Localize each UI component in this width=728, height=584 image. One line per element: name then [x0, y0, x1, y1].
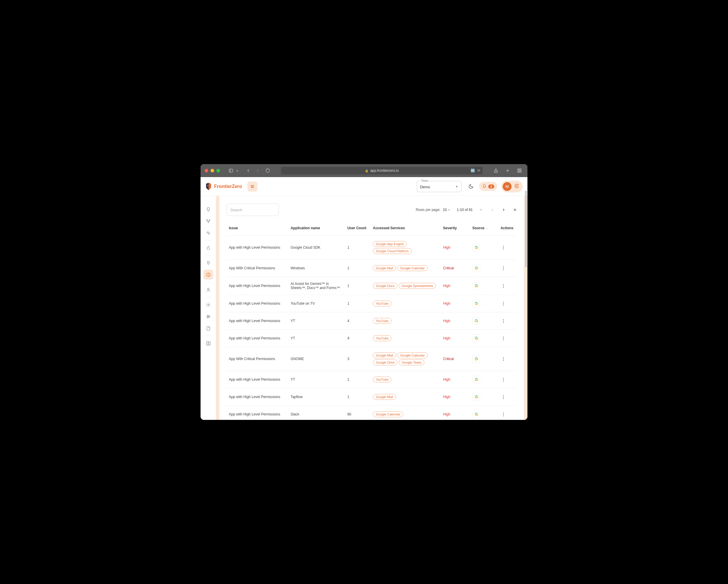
column-header-user-count[interactable]: User Count — [345, 222, 370, 236]
table-row[interactable]: App With Critical PermissionsWindows1Goo… — [227, 260, 517, 277]
service-chip[interactable]: Google Docs — [373, 283, 397, 289]
sidebar-item-issues[interactable] — [203, 270, 213, 280]
page-last-button[interactable] — [513, 208, 517, 212]
svg-point-25 — [208, 316, 209, 317]
sidebar-item-drop[interactable] — [203, 243, 213, 253]
table-row[interactable]: App with High Level PermissionsSlack60Go… — [227, 406, 517, 420]
service-chip[interactable]: Google Drive — [373, 359, 397, 365]
service-chip[interactable]: Google Calendar — [397, 352, 427, 358]
google-icon: G — [472, 264, 480, 272]
main-content: Search Rows per page: 10 ▼ 1-10 of 81 — [219, 196, 524, 420]
search-input[interactable]: Search — [227, 204, 279, 216]
row-actions-menu[interactable] — [500, 395, 506, 399]
share-icon[interactable] — [492, 167, 500, 174]
service-chip[interactable]: YouTube — [373, 301, 391, 306]
row-actions-menu[interactable] — [500, 246, 506, 250]
cell-application: AI Assist for Gemini™ in Sheets™, Docs™ … — [288, 277, 345, 295]
rows-per-page-select[interactable]: 10 ▼ — [443, 208, 450, 212]
notification-count: 2 — [488, 184, 494, 188]
window-controls — [205, 169, 220, 172]
column-header-issue[interactable]: Issue — [227, 222, 288, 236]
page-first-button[interactable] — [479, 208, 483, 212]
nav-back-button[interactable] — [244, 167, 252, 174]
column-header-source[interactable]: Source ↓ — [470, 222, 498, 236]
sidebar-item-reports[interactable] — [203, 323, 213, 333]
page-prev-button[interactable] — [490, 208, 494, 212]
service-chip[interactable]: Google Mail — [373, 394, 396, 400]
minimize-window-button[interactable] — [211, 169, 214, 172]
sidebar-item-docs[interactable] — [203, 338, 213, 348]
cell-actions — [498, 295, 517, 312]
service-chip[interactable]: Google Cloud Platform — [373, 248, 411, 254]
svg-point-23 — [207, 315, 208, 316]
google-icon: G — [472, 355, 480, 363]
sidebar-item-insights[interactable] — [203, 204, 213, 214]
table-row[interactable]: App with High Level PermissionsGoogle Cl… — [227, 236, 517, 260]
reload-icon[interactable]: ⟳ — [477, 169, 480, 173]
brand[interactable]: FrontierZero — [205, 183, 242, 191]
google-icon: G — [472, 393, 480, 401]
menu-toggle-button[interactable] — [248, 181, 257, 192]
sidebar-item-network[interactable] — [203, 216, 213, 226]
translate-icon[interactable]: 🔤 — [471, 169, 475, 173]
sidebar-toggle-icon[interactable] — [227, 167, 235, 174]
row-actions-menu[interactable] — [500, 319, 506, 323]
shield-icon[interactable] — [264, 167, 271, 174]
sidebar-item-users[interactable] — [203, 285, 213, 295]
row-actions-menu[interactable] — [500, 412, 506, 416]
maximize-window-button[interactable] — [216, 169, 220, 172]
new-tab-icon[interactable] — [504, 167, 512, 174]
cell-application: YT — [288, 371, 345, 388]
cell-source: G — [470, 330, 498, 347]
table-row[interactable]: App With Critical PermissionsGNOME3Googl… — [227, 347, 517, 371]
service-chip[interactable]: Google Spreadsheets — [399, 283, 436, 289]
service-chip[interactable]: YouTube — [373, 318, 391, 324]
service-chip[interactable]: Google Mail — [373, 265, 396, 271]
user-menu[interactable]: M — [501, 181, 523, 193]
cell-application: YT — [288, 312, 345, 330]
rows-per-page-value: 10 — [443, 208, 447, 212]
table-row[interactable]: App with High Level PermissionsAI Assist… — [227, 277, 517, 295]
row-actions-menu[interactable] — [500, 336, 506, 340]
column-header-services[interactable]: Accessed Services — [370, 222, 441, 236]
service-chip[interactable]: Google Tasks — [399, 359, 424, 365]
row-actions-menu[interactable] — [500, 266, 506, 270]
column-header-application[interactable]: Application name — [288, 222, 345, 236]
avatar: M — [503, 182, 512, 191]
table-row[interactable]: App with High Level PermissionsYT4YouTub… — [227, 312, 517, 330]
dark-mode-toggle[interactable] — [468, 183, 474, 189]
table-row[interactable]: App with High Level PermissionsYT1YouTub… — [227, 371, 517, 388]
sidebar-item-settings[interactable] — [203, 300, 213, 310]
service-chip[interactable]: YouTube — [373, 377, 391, 382]
cell-source: G — [470, 236, 498, 260]
row-actions-menu[interactable] — [500, 378, 506, 382]
sidebar-item-filters[interactable] — [203, 311, 213, 322]
sidebar-dropdown-icon[interactable]: ▾ — [236, 169, 238, 172]
sidebar-item-activity[interactable] — [203, 228, 213, 238]
sidebar-item-plug[interactable] — [203, 258, 213, 268]
table-row[interactable]: App with High Level PermissionsTapflow1G… — [227, 388, 517, 406]
cell-actions — [498, 236, 517, 260]
scrollbar-thumb[interactable] — [525, 191, 527, 267]
nav-forward-button[interactable] — [254, 167, 261, 174]
notifications-button[interactable]: 2 — [479, 182, 497, 191]
table-row[interactable]: App with High Level PermissionsYouTube o… — [227, 295, 517, 312]
column-header-severity[interactable]: Severity — [441, 222, 470, 236]
url-bar[interactable]: 🔒 app.frontierzero.io 🔤 ⟳ — [281, 167, 483, 174]
service-chip[interactable]: YouTube — [373, 335, 391, 341]
page-next-button[interactable] — [501, 208, 506, 212]
service-chip[interactable]: Google App Engine — [373, 241, 407, 247]
service-chip[interactable]: Google Mail — [373, 352, 396, 358]
left-accent-bar — [216, 196, 219, 420]
cell-source: G — [470, 260, 498, 277]
tabs-overview-icon[interactable] — [516, 167, 523, 174]
service-chip[interactable]: Google Calendar — [373, 411, 403, 417]
row-actions-menu[interactable] — [500, 302, 506, 306]
table-row[interactable]: App with High Level PermissionsYT4YouTub… — [227, 330, 517, 347]
row-actions-menu[interactable] — [500, 357, 506, 361]
row-actions-menu[interactable] — [500, 284, 506, 288]
close-window-button[interactable] — [205, 169, 208, 172]
team-select-label: Team — [420, 179, 430, 182]
team-select[interactable]: Team Demo ▼ — [417, 181, 462, 192]
service-chip[interactable]: Google Calendar — [397, 265, 427, 271]
